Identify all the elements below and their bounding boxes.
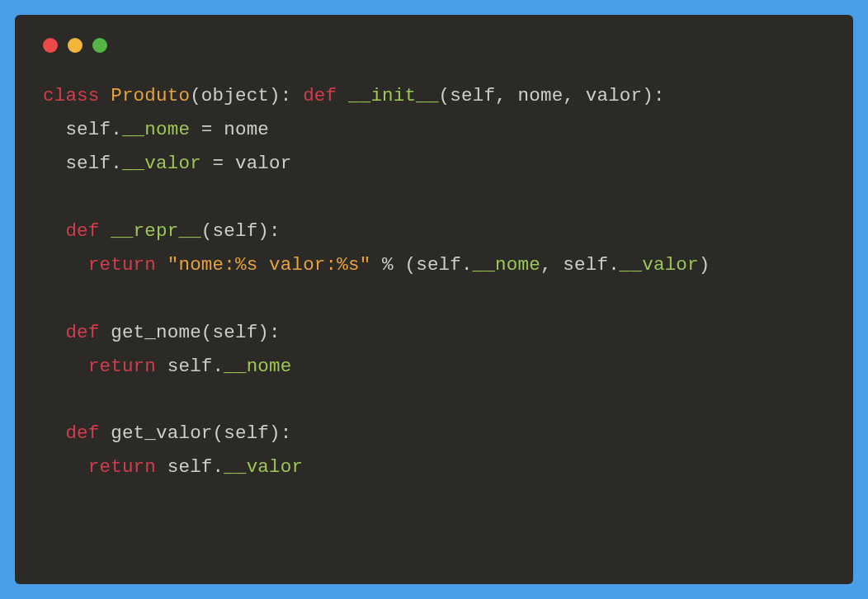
code-text	[156, 254, 167, 276]
code-line: self.__valor = valor	[43, 153, 291, 174]
code-text: , self.	[540, 254, 620, 276]
code-line: self.__nome = nome	[43, 119, 269, 140]
keyword-return: return	[88, 254, 156, 276]
code-line: return "nome:%s valor:%s" % (self.__nome…	[43, 254, 710, 276]
code-text: (object):	[190, 85, 303, 106]
maximize-icon[interactable]	[92, 38, 107, 53]
code-text: self.	[43, 153, 122, 174]
code-line: return self.__valor	[43, 456, 303, 478]
keyword-def: def	[65, 322, 99, 343]
keyword-return: return	[88, 356, 156, 377]
code-text: self.	[156, 456, 224, 478]
code-text	[43, 422, 65, 444]
code-text	[43, 456, 88, 478]
code-text: get_nome(self):	[100, 322, 281, 343]
code-line: def get_nome(self):	[43, 322, 281, 343]
attr-nome: __nome	[473, 254, 540, 276]
code-line: def get_valor(self):	[43, 422, 291, 444]
code-line: return self.__nome	[43, 356, 291, 377]
code-text: = valor	[201, 153, 292, 174]
window-controls	[43, 38, 825, 53]
keyword-class: class	[43, 85, 100, 106]
attr-nome: __nome	[122, 119, 190, 140]
code-text: % (self.	[370, 254, 472, 276]
close-icon[interactable]	[43, 38, 58, 53]
attr-valor: __valor	[224, 456, 303, 478]
code-line: class Produto(object): def __init__(self…	[43, 85, 665, 106]
dunder-repr: __repr__	[111, 220, 201, 242]
code-text: (self):	[201, 220, 281, 242]
code-text: self.	[43, 119, 122, 140]
keyword-return: return	[88, 456, 156, 478]
dunder-init: __init__	[348, 85, 439, 106]
code-text: self.	[156, 356, 224, 377]
code-text: = nome	[190, 119, 269, 140]
class-name: Produto	[111, 85, 190, 106]
code-text	[43, 356, 88, 377]
code-text: (self, nome, valor):	[439, 85, 665, 106]
attr-valor: __valor	[122, 153, 201, 174]
code-text	[43, 254, 88, 276]
keyword-def: def	[303, 85, 337, 106]
code-block: class Produto(object): def __init__(self…	[43, 79, 825, 484]
minimize-icon[interactable]	[68, 38, 83, 53]
keyword-def: def	[65, 422, 99, 444]
attr-nome: __nome	[224, 356, 291, 377]
code-line: def __repr__(self):	[43, 220, 281, 242]
attr-valor: __valor	[620, 254, 699, 276]
code-editor-window: class Produto(object): def __init__(self…	[15, 15, 853, 584]
code-text	[43, 220, 65, 242]
code-text: )	[699, 254, 710, 276]
code-text	[337, 85, 348, 106]
keyword-def: def	[65, 220, 99, 242]
string-literal: "nome:%s valor:%s"	[167, 254, 371, 276]
code-text	[100, 220, 111, 242]
code-text: get_valor(self):	[100, 422, 292, 444]
code-text	[43, 322, 65, 343]
